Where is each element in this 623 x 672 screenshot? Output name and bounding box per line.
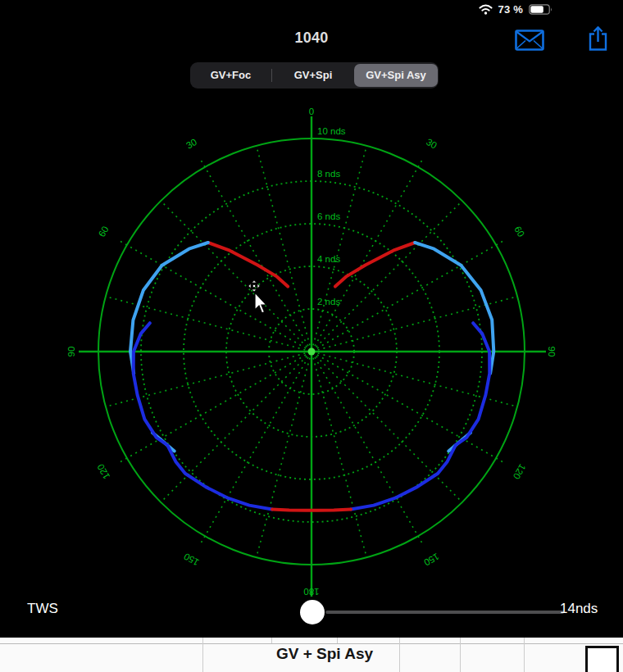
angle-label: 120 xyxy=(512,462,528,481)
angle-label: 90 xyxy=(66,347,76,357)
polar-spoke xyxy=(161,356,307,502)
polar-curve-gv-reach-left xyxy=(130,243,208,374)
angle-label: 90 xyxy=(547,347,557,357)
tab-gv-spi-asy[interactable]: GV+Spi Asy xyxy=(354,64,438,87)
polar-spoke xyxy=(106,353,305,406)
polar-curve-gv-reach-right xyxy=(415,243,493,374)
polar-spoke xyxy=(318,297,517,350)
polar-spoke xyxy=(118,240,306,348)
angle-label: 150 xyxy=(422,552,441,568)
polar-spoke xyxy=(316,201,462,347)
angle-label: 60 xyxy=(512,225,526,238)
ring-label: 2 nds xyxy=(317,297,340,306)
polar-spoke xyxy=(161,201,307,347)
polar-ring xyxy=(141,181,482,522)
polar-ring xyxy=(184,224,439,479)
polar-spoke xyxy=(200,158,308,346)
polar-ring xyxy=(269,309,354,394)
battery-icon xyxy=(529,4,553,15)
polar-curve-spi-asy-right xyxy=(351,323,489,509)
polar-outer-ring xyxy=(98,138,525,565)
sheet-col-border xyxy=(460,638,461,672)
ring-label: 10 nds xyxy=(317,126,346,136)
tws-slider-track-filled[interactable] xyxy=(67,611,300,614)
angle-label: 30 xyxy=(184,137,198,151)
polar-spoke xyxy=(316,356,462,502)
polar-curve-red-upwind-right xyxy=(335,243,415,287)
tab-gv-foc[interactable]: GV+Foc xyxy=(190,64,271,87)
polar-mode-tabs: GV+Foc GV+Spi GV+Spi Asy xyxy=(190,62,439,89)
ring-label: 4 nds xyxy=(317,254,340,264)
pointer-arrow-icon xyxy=(255,293,266,313)
polar-spoke xyxy=(315,158,423,346)
angle-label: 150 xyxy=(182,552,201,568)
spreadsheet-strip: GV + Spi Asy xyxy=(0,638,623,672)
angle-label: 0 xyxy=(309,107,314,116)
mail-icon xyxy=(515,30,544,51)
polar-curve-spi-asy-left xyxy=(134,323,272,509)
angle-label: 180 xyxy=(303,587,319,597)
polar-spoke xyxy=(313,146,366,345)
angle-label: 60 xyxy=(97,225,111,238)
polar-spoke xyxy=(317,240,505,348)
polar-center-dot xyxy=(308,348,316,356)
polar-spoke xyxy=(200,357,308,545)
share-button[interactable] xyxy=(588,25,608,54)
polar-spoke xyxy=(317,355,505,463)
move-icon xyxy=(248,280,260,292)
polar-spoke xyxy=(118,355,306,463)
polar-spoke xyxy=(313,358,366,557)
wifi-icon xyxy=(479,4,493,15)
tws-value: 14nds xyxy=(560,601,598,617)
polar-spoke xyxy=(315,357,423,545)
ring-label: 6 nds xyxy=(317,211,340,221)
tab-gv-spi[interactable]: GV+Spi xyxy=(272,64,354,87)
sheet-row-border xyxy=(0,643,623,644)
sheet-col-border xyxy=(337,638,338,643)
share-icon xyxy=(588,25,608,52)
mail-button[interactable] xyxy=(515,30,544,53)
polar-curve-gv-kink-right xyxy=(448,433,471,452)
sheet-col-border xyxy=(524,638,525,672)
sheet-col-border xyxy=(271,638,272,643)
ring-label: 8 nds xyxy=(317,169,340,179)
tws-slider-track[interactable] xyxy=(325,611,564,614)
tws-slider-thumb[interactable] xyxy=(300,600,325,624)
polar-chart-area[interactable]: 2 nds4 nds6 nds8 nds10 nds03030606090901… xyxy=(0,0,623,672)
tws-slider-label: TWS xyxy=(27,601,58,617)
angle-label: 120 xyxy=(95,462,111,481)
sheet-cell-label: GV + Spi Asy xyxy=(243,645,407,663)
angle-label: 30 xyxy=(425,137,439,151)
sheet-selected-cell[interactable] xyxy=(585,646,619,672)
polar-curve-red-downwind xyxy=(272,510,351,511)
polar-spoke xyxy=(257,358,310,557)
polar-spoke xyxy=(318,353,517,406)
polar-curve-gv-kink-left xyxy=(152,433,175,452)
sheet-col-border xyxy=(202,638,203,672)
battery-percent: 73 % xyxy=(498,3,523,16)
mouse-cursor xyxy=(243,277,275,316)
app-window: 73 % 1040 GV+Foc GV+Spi GV+Spi Asy 2 nds… xyxy=(0,0,623,672)
status-bar: 73 % xyxy=(0,0,623,20)
